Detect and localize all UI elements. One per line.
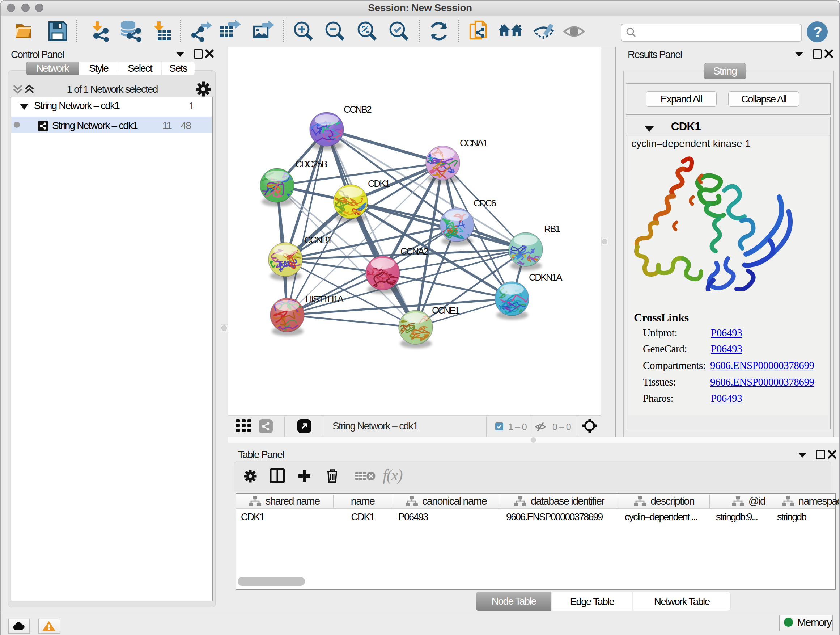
svg-text:?: ? <box>813 24 822 40</box>
svg-text:CCNE1: CCNE1 <box>432 305 460 316</box>
svg-text:CCNA2: CCNA2 <box>401 246 428 257</box>
svg-text:CCNB1: CCNB1 <box>304 234 332 245</box>
svg-text:CDC25B: CDC25B <box>295 158 327 169</box>
svg-text:HIST1H1A: HIST1H1A <box>305 294 344 304</box>
svg-text:CDKN1A: CDKN1A <box>529 272 562 283</box>
svg-text:CCNB2: CCNB2 <box>344 104 371 115</box>
svg-text:CCNA1: CCNA1 <box>460 138 488 149</box>
svg-text:CDC6: CDC6 <box>474 198 496 209</box>
svg-text:RB1: RB1 <box>544 223 561 234</box>
svg-text:CDK1: CDK1 <box>368 178 390 189</box>
